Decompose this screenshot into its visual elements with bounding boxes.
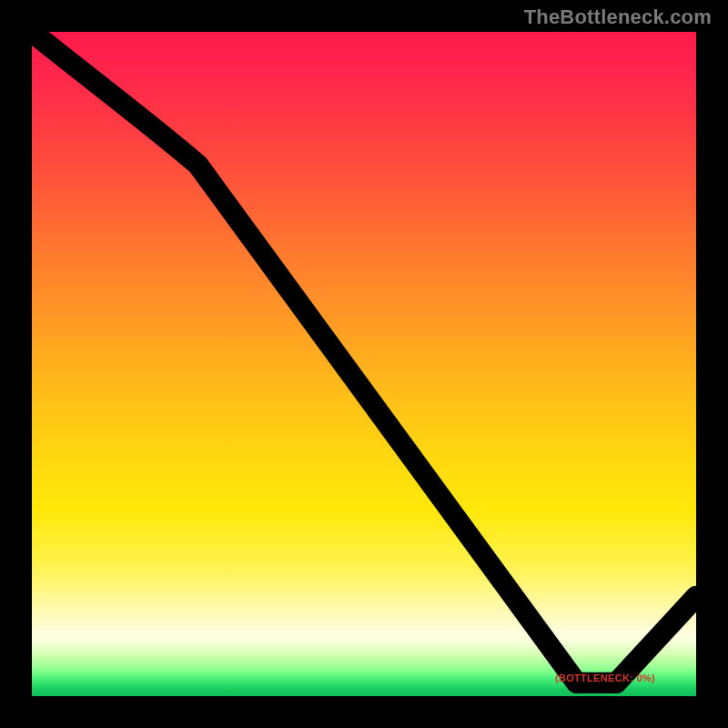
bottleneck-curve bbox=[32, 32, 696, 696]
baseline-annotation: (BOTTLENECK: 0%) bbox=[555, 672, 655, 683]
watermark-text: TheBottleneck.com bbox=[524, 5, 712, 29]
chart-frame: TheBottleneck.com (BOTTLENECK: 0%) bbox=[0, 0, 728, 728]
plot-area: (BOTTLENECK: 0%) bbox=[27, 27, 701, 701]
